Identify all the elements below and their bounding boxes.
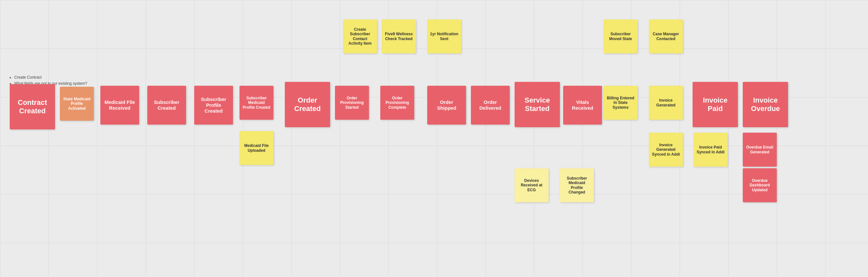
overdue-email-generated[interactable]: Overdue Email Generated (743, 133, 777, 167)
invoice-paid-synced-addi[interactable]: Invoice Paid Synced in Addi (693, 133, 727, 167)
invoice-generated[interactable]: Invoice Generated (649, 86, 683, 120)
overdue-dashboard-updated[interactable]: Overdue Dashboard Updated (743, 168, 777, 202)
create-subscriber-contact-activity-item[interactable]: Create Subscriber Contact Activity Item (343, 20, 377, 53)
event-storming-canvas: Create ContractWhat fields are not in ou… (0, 0, 868, 277)
service-started[interactable]: Service Started (515, 82, 560, 127)
subscriber-created[interactable]: Subscriber Created (147, 86, 186, 125)
medicaid-file-received[interactable]: Medicaid File Received (100, 86, 139, 125)
subscriber-moved-state[interactable]: Subscriber Moved State (603, 20, 638, 53)
five9-wellness-check-tracked[interactable]: Five9 Wellness Check Tracked (382, 20, 416, 53)
subscriber-profile-created[interactable]: Subscriber Profile Created (194, 86, 233, 125)
order-delivered[interactable]: Order Delivered (471, 86, 510, 125)
invoice-generated-synced-addi[interactable]: Invoice Generated Synced in Addi (649, 133, 683, 167)
invoice-overdue[interactable]: Invoice Overdue (743, 82, 788, 127)
subscriber-medicaid-profile-changed[interactable]: Subscriber Medicaid Profile Changed (560, 168, 594, 202)
order-shipped[interactable]: Order Shipped (427, 86, 466, 125)
medicaid-file-uploaded[interactable]: Medicaid File Uploaded (240, 131, 274, 165)
order-provisioning-complete[interactable]: Order Provisioning Complete (380, 86, 414, 120)
vitals-received[interactable]: Vitals Received (563, 86, 602, 125)
state-medicaid-profile-activated[interactable]: State Medicaid Profile Activated (60, 87, 94, 121)
contract-created[interactable]: Contract Created (10, 84, 55, 129)
order-created[interactable]: Order Created (285, 82, 330, 127)
order-provisioning-started[interactable]: Order Provisioning Started (335, 86, 369, 120)
bullet-item: Create Contract (14, 74, 87, 81)
invoice-paid[interactable]: Invoice Paid (692, 82, 738, 127)
subscriber-medicaid-profile-created[interactable]: Subscriber Medicaid Profile Created (240, 86, 274, 120)
billing-entered-in-state-systems[interactable]: Billing Entered In State Systems (603, 86, 638, 120)
devices-received-at-ecg[interactable]: Devices Received at ECG (515, 168, 549, 202)
case-manager-contacted[interactable]: Case Manager Contacted (649, 20, 683, 53)
1yr-notification-sent[interactable]: 1yr Notification Sent (427, 20, 461, 53)
